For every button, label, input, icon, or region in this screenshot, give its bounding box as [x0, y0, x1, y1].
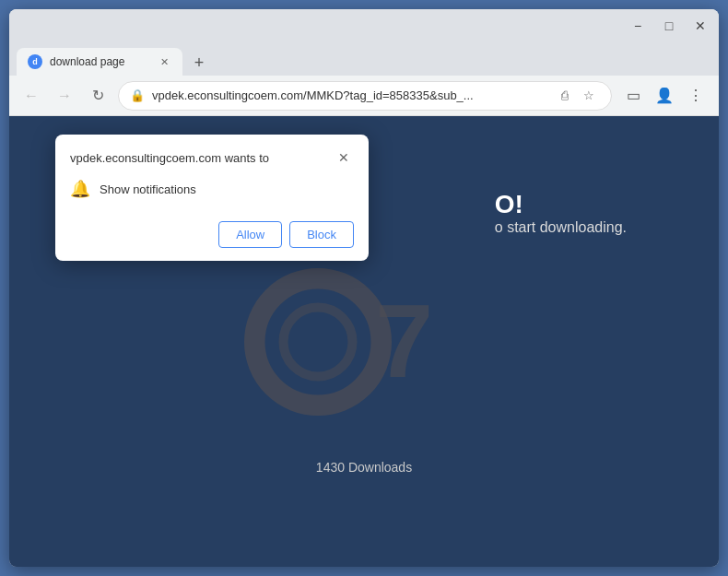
maximize-button[interactable]: □ — [660, 17, 678, 35]
new-tab-button[interactable]: + — [186, 50, 212, 76]
tab-favicon: d — [28, 54, 42, 69]
address-bar-row: ← → ↻ 🔒 vpdek.econsultingcoem.com/MMKD?t… — [9, 76, 719, 116]
reload-button[interactable]: ↻ — [85, 83, 111, 109]
bell-icon: 🔔 — [70, 179, 90, 199]
notification-dialog: vpdek.econsultingcoem.com wants to ✕ 🔔 S… — [55, 135, 369, 261]
lock-icon: 🔒 — [130, 88, 145, 102]
allow-button[interactable]: Allow — [218, 221, 282, 248]
close-button[interactable]: ✕ — [691, 17, 710, 35]
dialog-actions: Allow Block — [55, 214, 369, 261]
page-content: 7 O! o start downloading. 1430 Downloads… — [9, 116, 719, 567]
address-bar[interactable]: 🔒 vpdek.econsultingcoem.com/MMKD?tag_id=… — [118, 81, 612, 111]
dialog-title: vpdek.econsultingcoem.com wants to — [70, 151, 269, 165]
sidebar-toggle-button[interactable]: ▭ — [619, 82, 647, 110]
tab-title: download page — [50, 55, 149, 68]
dialog-close-button[interactable]: ✕ — [334, 147, 354, 168]
dialog-header: vpdek.econsultingcoem.com wants to ✕ — [55, 135, 369, 175]
share-icon[interactable]: ⎙ — [554, 85, 576, 107]
dialog-overlay: vpdek.econsultingcoem.com wants to ✕ 🔔 S… — [9, 116, 719, 567]
toolbar-buttons: ▭ 👤 ⋮ — [619, 82, 710, 110]
browser-window: − □ ✕ d download page ✕ + ← → ↻ 🔒 vpdek.… — [9, 9, 719, 567]
title-bar-controls: − □ ✕ — [628, 17, 710, 35]
minimize-button[interactable]: − — [628, 17, 647, 35]
block-button[interactable]: Block — [289, 221, 354, 248]
address-actions: ⎙ ☆ — [554, 85, 600, 107]
back-button[interactable]: ← — [18, 83, 44, 109]
tab-close-button[interactable]: ✕ — [157, 54, 171, 69]
bookmark-icon[interactable]: ☆ — [578, 85, 600, 107]
menu-button[interactable]: ⋮ — [682, 82, 710, 110]
url-text: vpdek.econsultingcoem.com/MMKD?tag_id=85… — [152, 88, 546, 102]
forward-button[interactable]: → — [52, 83, 77, 109]
title-bar: − □ ✕ — [9, 9, 719, 42]
profile-button[interactable]: 👤 — [651, 82, 678, 110]
tab-bar: d download page ✕ + — [9, 42, 719, 76]
permission-text: Show notifications — [100, 182, 196, 196]
dialog-permission: 🔔 Show notifications — [55, 175, 369, 214]
active-tab[interactable]: d download page ✕ — [17, 48, 182, 76]
